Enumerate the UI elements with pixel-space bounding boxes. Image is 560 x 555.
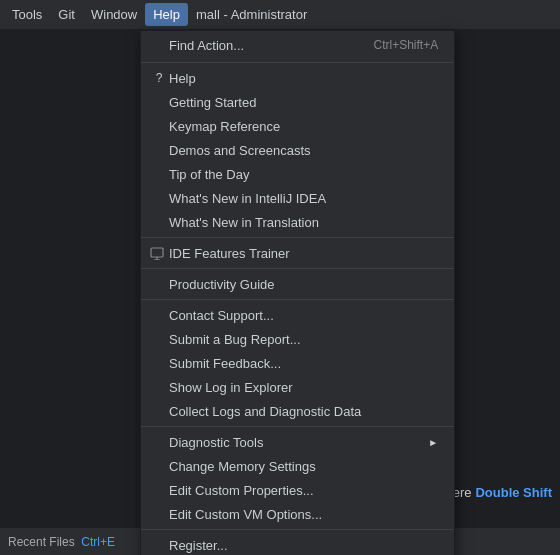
menu-item-whats-new-translation-label: What's New in Translation xyxy=(169,215,319,230)
separator-5 xyxy=(141,426,454,427)
menu-item-register-label: Register... xyxy=(169,538,228,553)
menu-item-whats-new-translation[interactable]: What's New in Translation xyxy=(141,210,454,234)
menu-item-demos-label: Demos and Screencasts xyxy=(169,143,311,158)
menu-item-custom-vm[interactable]: Edit Custom VM Options... xyxy=(141,502,454,526)
separator-3 xyxy=(141,268,454,269)
find-action-item[interactable]: Find Action... Ctrl+Shift+A xyxy=(141,31,454,59)
menu-item-custom-props-label: Edit Custom Properties... xyxy=(169,483,314,498)
menu-item-custom-vm-label: Edit Custom VM Options... xyxy=(169,507,322,522)
menu-item-bug-report[interactable]: Submit a Bug Report... xyxy=(141,327,454,351)
menubar: Tools Git Window Help mall - Administrat… xyxy=(0,0,560,30)
recent-files-shortcut: Ctrl+E xyxy=(81,535,115,549)
find-action-label: Find Action... xyxy=(169,38,244,53)
svg-rect-0 xyxy=(151,248,163,257)
menu-item-register[interactable]: Register... xyxy=(141,533,454,555)
menu-item-keymap-label: Keymap Reference xyxy=(169,119,280,134)
menu-item-productivity-label: Productivity Guide xyxy=(169,277,275,292)
menu-item-ide-trainer-label: IDE Features Trainer xyxy=(169,246,290,261)
search-shortcut: Double Shift xyxy=(475,485,552,500)
menu-item-tip[interactable]: Tip of the Day xyxy=(141,162,454,186)
menu-item-contact-support-label: Contact Support... xyxy=(169,308,274,323)
help-menu-dropdown: Find Action... Ctrl+Shift+A ? Help Getti… xyxy=(140,30,455,555)
menu-item-collect-logs-label: Collect Logs and Diagnostic Data xyxy=(169,404,361,419)
menu-item-whats-new-ij-label: What's New in IntelliJ IDEA xyxy=(169,191,326,206)
menubar-item-help[interactable]: Help xyxy=(145,3,188,26)
menu-item-ide-trainer[interactable]: IDE Features Trainer xyxy=(141,241,454,265)
menu-item-help[interactable]: ? Help xyxy=(141,66,454,90)
question-icon: ? xyxy=(151,70,167,86)
separator-6 xyxy=(141,529,454,530)
menu-item-productivity[interactable]: Productivity Guide xyxy=(141,272,454,296)
menu-item-memory-label: Change Memory Settings xyxy=(169,459,316,474)
menu-item-feedback-label: Submit Feedback... xyxy=(169,356,281,371)
menu-item-keymap[interactable]: Keymap Reference xyxy=(141,114,454,138)
menu-item-bug-report-label: Submit a Bug Report... xyxy=(169,332,301,347)
trainer-icon xyxy=(149,245,165,261)
separator-1 xyxy=(141,62,454,63)
menu-item-getting-started-label: Getting Started xyxy=(169,95,256,110)
menu-item-getting-started[interactable]: Getting Started xyxy=(141,90,454,114)
menu-item-memory[interactable]: Change Memory Settings xyxy=(141,454,454,478)
separator-4 xyxy=(141,299,454,300)
menu-item-diagnostic-label: Diagnostic Tools xyxy=(169,435,263,450)
window-title: mall - Administrator xyxy=(196,7,307,22)
menu-item-diagnostic-tools[interactable]: Diagnostic Tools ► xyxy=(141,430,454,454)
menu-item-collect-logs[interactable]: Collect Logs and Diagnostic Data xyxy=(141,399,454,423)
separator-2 xyxy=(141,237,454,238)
menu-item-help-label: Help xyxy=(169,71,196,86)
find-action-shortcut: Ctrl+Shift+A xyxy=(374,38,439,52)
menu-item-contact-support[interactable]: Contact Support... xyxy=(141,303,454,327)
menubar-item-tools[interactable]: Tools xyxy=(4,3,50,26)
menu-item-whats-new-ij[interactable]: What's New in IntelliJ IDEA xyxy=(141,186,454,210)
menu-item-custom-props[interactable]: Edit Custom Properties... xyxy=(141,478,454,502)
menu-item-feedback[interactable]: Submit Feedback... xyxy=(141,351,454,375)
recent-files-label: Recent Files xyxy=(8,535,81,549)
menu-item-demos[interactable]: Demos and Screencasts xyxy=(141,138,454,162)
arrow-icon: ► xyxy=(428,437,438,448)
menu-item-show-log-label: Show Log in Explorer xyxy=(169,380,293,395)
menubar-item-git[interactable]: Git xyxy=(50,3,83,26)
menu-item-tip-label: Tip of the Day xyxy=(169,167,249,182)
menubar-item-window[interactable]: Window xyxy=(83,3,145,26)
menu-item-show-log[interactable]: Show Log in Explorer xyxy=(141,375,454,399)
